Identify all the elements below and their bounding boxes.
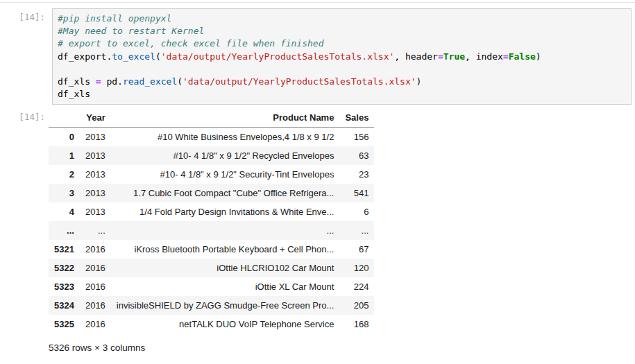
table-cell: 63 [339,146,374,165]
table-cell: 1.7 Cubic Foot Compact "Cube" Office Ref… [111,184,340,202]
table-cell: 2016 [80,315,111,333]
table-cell: #10- 4 1/8" x 9 1/2" Recycled Envelopes [111,146,340,165]
code-token-operator: = [438,51,443,62]
table-cell: netTALK DUO VoIP Telephone Service [111,315,340,333]
code-token-plain: df_xls [58,76,96,87]
dataframe-table: YearProduct NameSales 02013#10 White Bus… [49,108,374,333]
table-cell: ... [80,221,111,240]
table-cell: iKross Bluetooth Portable Keyboard + Cel… [111,240,340,259]
table-cell: 2013 [80,165,111,184]
table-cell: 168 [339,315,374,333]
code-token-operator: = [503,51,509,62]
row-index-cell: 5323 [49,277,80,296]
table-cell: #10- 4 1/8" x 9 1/2" Security-Tint Envel… [111,165,340,184]
cell-input-row: [14]: #pip install openpyxl#May need to … [0,8,635,105]
table-cell: 2016 [80,277,111,296]
column-header: Product Name [111,108,340,128]
dataframe-header-row: YearProduct NameSales [49,108,374,128]
table-cell: 224 [339,277,374,296]
code-token-comment: # export to excel, check excel file when… [58,38,324,49]
code-line [58,63,626,76]
table-row: 53242016invisibleSHIELD by ZAGG Smudge-F… [49,296,374,315]
code-token-plain: df_xls [58,89,90,99]
row-index-cell: 5321 [49,240,80,259]
code-token-operator: = [96,76,101,87]
cell-output-area: YearProduct NameSales 02013#10 White Bus… [52,108,635,353]
table-row: 53212016iKross Bluetooth Portable Keyboa… [49,240,374,259]
table-row: ............ [49,221,374,240]
code-token-keyword: True [443,51,465,62]
row-index-cell: 4 [49,202,80,221]
table-row: 53232016iOttie XL Car Mount224 [49,277,374,296]
table-cell: invisibleSHIELD by ZAGG Smudge-Free Scre… [111,296,340,315]
code-editor[interactable]: #pip install openpyxl#May need to restar… [52,8,632,105]
table-cell: 2016 [80,296,111,315]
dataframe-body: 02013#10 White Business Envelopes,4 1/8 … [49,128,374,334]
table-row: 53252016netTALK DUO VoIP Telephone Servi… [49,315,374,333]
table-cell: 6 [339,202,374,221]
input-prompt: [14]: [0,8,52,22]
code-token-property: read_excel [123,76,177,87]
code-line: # export to excel, check excel file when… [58,37,626,50]
code-token-plain: ( [177,76,183,87]
table-cell: ... [339,221,374,240]
code-token-comment: #pip install openpyxl [58,13,171,24]
row-index-cell: 0 [49,128,80,147]
column-header: Year [80,108,111,128]
table-row: 12013#10- 4 1/8" x 9 1/2" Recycled Envel… [49,146,374,165]
code-token-plain: ) [416,76,422,87]
code-token-plain: ) [536,51,541,62]
table-cell: iOttie HLCRIO102 Car Mount [111,259,340,277]
code-token-comment: #May need to restart Kernel [58,26,204,36]
row-index-cell: ... [49,221,80,240]
table-cell: 205 [339,296,374,315]
row-index-cell: 5322 [49,259,80,277]
row-index-cell: 3 [49,184,80,202]
table-cell: iOttie XL Car Mount [111,277,340,296]
notebook-page: [14]: #pip install openpyxl#May need to … [0,0,635,364]
cell-divider [0,2,635,3]
output-prompt: [14]: [0,108,52,122]
table-cell: 120 [339,259,374,277]
code-token-string: 'data/output/YearlyProductSalesTotals.xl… [161,51,395,62]
row-index-cell: 1 [49,146,80,165]
row-index-cell: 5324 [49,296,80,315]
code-token-keyword: False [509,51,536,62]
table-row: 22013#10- 4 1/8" x 9 1/2" Security-Tint … [49,165,374,184]
code-token-plain: pd. [101,76,123,87]
code-token-property: to_excel [112,51,155,62]
cell-output-row: [14]: YearProduct NameSales 02013#10 Whi… [0,108,635,353]
code-line: df_xls = pd.read_excel('data/output/Year… [58,76,626,88]
table-cell: 23 [339,165,374,184]
table-cell: 2013 [80,202,111,221]
table-cell: 156 [339,128,374,147]
table-row: 02013#10 White Business Envelopes,4 1/8 … [49,128,374,147]
table-row: 420131/4 Fold Party Design Invitations &… [49,202,374,221]
table-cell: #10 White Business Envelopes,4 1/8 x 9 1… [111,128,340,147]
row-index-cell: 5325 [49,315,80,333]
code-line: #May need to restart Kernel [58,25,626,37]
code-token-string: 'data/output/YearlyProductSalesTotals.xl… [183,76,416,87]
table-cell: 2013 [80,128,111,147]
table-row: 320131.7 Cubic Foot Compact "Cube" Offic… [49,184,374,202]
table-cell: ... [111,221,340,240]
table-cell: 2016 [80,259,111,277]
code-token-plain: ( [155,51,161,62]
code-line: df_xls [58,88,626,101]
code-cell: [14]: #pip install openpyxl#May need to … [0,8,635,353]
table-cell: 67 [339,240,374,259]
column-header: Sales [339,108,374,128]
table-cell: 541 [339,184,374,202]
table-cell: 1/4 Fold Party Design Invitations & Whit… [111,202,340,221]
dataframe-dimensions-label: 5326 rows × 3 columns [49,343,635,353]
code-token-plain: , index [465,51,503,62]
code-token-plain: df_export. [58,51,112,62]
index-column-header [49,108,80,128]
row-index-cell: 2 [49,165,80,184]
code-line: df_export.to_excel('data/output/YearlyPr… [58,51,626,63]
dataframe-header: YearProduct NameSales [49,108,374,128]
table-row: 53222016iOttie HLCRIO102 Car Mount120 [49,259,374,277]
table-cell: 2013 [80,146,111,165]
table-cell: 2013 [80,184,111,202]
code-line: #pip install openpyxl [58,12,626,25]
